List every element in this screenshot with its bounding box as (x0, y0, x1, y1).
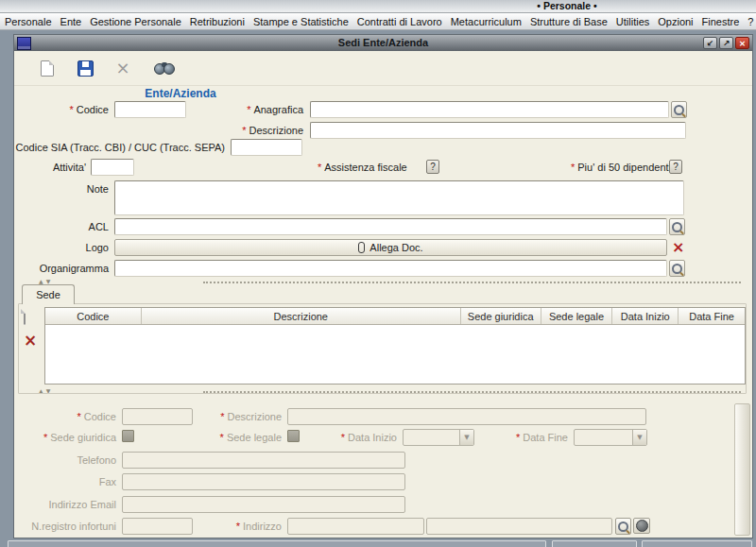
acl-input[interactable] (114, 218, 667, 235)
organigramma-label: Organigramma (40, 263, 109, 275)
codice-sia-label: Codice SIA (Tracc. CBI) / CUC (Tracc. SE… (16, 142, 225, 154)
save-floppy-icon (77, 60, 94, 77)
indirizzo-map-button[interactable] (633, 518, 650, 534)
detail-sede-legale-label: *Sede legale (220, 432, 282, 444)
restore-down-icon: ↙ (707, 39, 714, 48)
menu-item-ente[interactable]: Ente (60, 16, 82, 27)
menu-item-retribuzioni[interactable]: Retribuzioni (190, 16, 245, 27)
detail-sede-legale-checkbox (287, 430, 300, 442)
close-icon: × (739, 39, 747, 48)
delete-x-icon: × (115, 60, 129, 77)
column-header-data-fine[interactable]: Data Fine (679, 308, 745, 324)
menu-item-strutture-base[interactable]: Strutture di Base (530, 16, 608, 27)
vertical-scrollbar[interactable] (734, 403, 750, 536)
indirizzo-lookup-button[interactable] (615, 518, 631, 535)
detail-indirizzo-label: *Indirizzo (236, 521, 282, 533)
acl-label: ACL (89, 221, 109, 233)
grid-new-row-button[interactable] (24, 310, 26, 324)
app-titlebar: • Personale • (0, 0, 756, 13)
tab-sede[interactable]: Sede (22, 284, 75, 304)
find-button[interactable] (152, 56, 177, 80)
detail-data-inizio-combo: ▼ (403, 429, 474, 446)
required-marker: * (247, 104, 250, 115)
grid-delete-row-button[interactable]: × (24, 333, 37, 349)
sedi-ente-azienda-window: Sedi Ente/Azienda ↙ ↗ × × Ente/Azienda *… (13, 34, 753, 538)
sede-grid-header: Codice Descrizione Sede giuridica Sede l… (45, 308, 745, 325)
splitter-top[interactable]: ▲▼ (14, 278, 752, 284)
close-button[interactable]: × (735, 37, 749, 49)
statusbar-panel-3 (642, 540, 752, 547)
detail-sede-giuridica-label: *Sede giuridica (43, 432, 116, 444)
codice-input[interactable] (114, 101, 186, 118)
menubar: Personale Ente Gestione Personale Retrib… (0, 13, 756, 30)
menu-item-help[interactable]: ? (747, 16, 753, 27)
menu-item-opzioni[interactable]: Opzioni (658, 16, 693, 27)
section-title-ente-azienda: Ente/Azienda (126, 87, 235, 100)
organigramma-input[interactable] (114, 260, 667, 277)
column-header-sede-legale[interactable]: Sede legale (541, 308, 613, 324)
new-record-button[interactable] (35, 56, 60, 80)
detail-indirizzo-cap-input (287, 518, 424, 535)
search-icon (672, 222, 682, 232)
required-marker: * (43, 432, 47, 443)
dropdown-button: ▼ (459, 430, 473, 445)
logo-attach-button[interactable]: Allega Doc. (114, 239, 667, 256)
detail-telefono-label: Telefono (77, 454, 116, 467)
restore-down-button[interactable]: ↙ (703, 37, 717, 49)
assistenza-fiscale-checkbox[interactable]: ? (426, 160, 439, 174)
menu-item-stampe-statistiche[interactable]: Stampe e Statistiche (253, 16, 349, 27)
required-marker: * (220, 432, 224, 443)
column-header-descrizione[interactable]: Descrizione (142, 308, 461, 324)
sede-grid[interactable]: Codice Descrizione Sede giuridica Sede l… (44, 307, 746, 385)
column-header-sede-giuridica[interactable]: Sede giuridica (461, 308, 541, 324)
menu-item-finestre[interactable]: Finestre (702, 16, 740, 27)
detail-fax-label: Fax (99, 476, 116, 488)
note-label: Note (87, 183, 109, 196)
column-header-data-inizio[interactable]: Data Inizio (612, 308, 679, 324)
chevron-down-icon: ▼ (464, 434, 469, 441)
required-marker: * (341, 432, 345, 443)
organigramma-lookup-button[interactable] (669, 260, 685, 277)
delete-button[interactable]: × (111, 56, 135, 80)
assistenza-fiscale-label: *Assistenza fiscale (318, 162, 407, 174)
acl-lookup-button[interactable] (669, 218, 685, 235)
anagrafica-label: *Anagrafica (247, 104, 303, 116)
codice-sia-input[interactable] (231, 139, 302, 156)
required-marker: * (242, 125, 246, 136)
descrizione-input[interactable] (310, 122, 686, 139)
window-controls: ↙ ↗ × (703, 37, 749, 49)
detail-codice-label: *Codice (77, 411, 116, 423)
splitter-arrows-icon: ▲▼ (39, 278, 53, 284)
attivita-input[interactable] (91, 159, 134, 176)
window-titlebar[interactable]: Sedi Ente/Azienda ↙ ↗ × (14, 35, 752, 51)
required-marker: * (220, 411, 224, 422)
column-header-codice[interactable]: Codice (45, 308, 142, 324)
menu-item-gestione-personale[interactable]: Gestione Personale (90, 16, 181, 27)
anagrafica-input[interactable] (310, 101, 669, 118)
new-document-icon (24, 309, 26, 325)
logo-label: Logo (86, 242, 109, 254)
detail-data-fine-label: *Data Fine (516, 432, 568, 444)
anagrafica-lookup-button[interactable] (671, 101, 687, 118)
maximize-button[interactable]: ↗ (719, 37, 733, 49)
detail-n-registro-label: N.registro infortuni (31, 521, 116, 533)
note-textarea[interactable] (114, 180, 684, 215)
binoculars-bridge (162, 62, 167, 67)
menu-item-personale[interactable]: Personale (5, 16, 52, 27)
menu-item-contratti-lavoro[interactable]: Contratti di Lavoro (357, 16, 442, 27)
splitter-dots (203, 282, 741, 283)
binoculars-icon (154, 62, 175, 75)
save-button[interactable] (73, 56, 97, 80)
codice-label: *Codice (69, 104, 109, 116)
required-marker: * (69, 104, 73, 115)
menu-item-utilities[interactable]: Utilities (616, 16, 649, 27)
tab-sede-label: Sede (36, 289, 60, 300)
piu50-checkbox[interactable]: ? (669, 160, 682, 174)
required-marker: * (516, 432, 520, 443)
app-title: • Personale • (491, 0, 643, 12)
required-marker: * (571, 162, 575, 173)
menu-item-metacurriculum[interactable]: Metacurriculum (451, 16, 522, 27)
chevron-down-icon: ▼ (637, 434, 642, 441)
search-icon (674, 105, 684, 115)
logo-clear-button[interactable]: × (672, 240, 684, 255)
